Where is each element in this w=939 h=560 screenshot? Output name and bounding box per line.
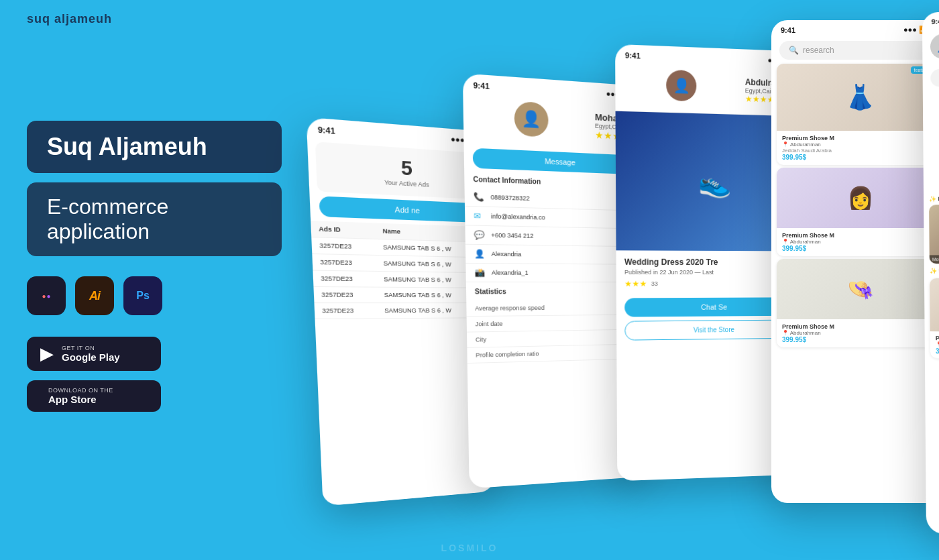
google-play-icon: ▶ <box>40 343 54 364</box>
photoshop-icon: Ps <box>123 276 162 315</box>
facebook-icon: 👤 <box>474 249 486 259</box>
title-box: Suq Aljameuh <box>27 121 282 173</box>
search-bar-listings[interactable]: 🔍 research <box>779 41 939 60</box>
watermark: LOSMILO <box>441 543 498 553</box>
phones-container: 9:41 ●●● 📶 🔋 5 Your Active Ads Add ne Ad… <box>295 0 939 560</box>
search-icon: 🔍 <box>789 46 799 55</box>
status-bar-5: 9:41 ●●● 📶 🔋 <box>922 3 939 28</box>
members-row: 👨‍💼 Mohamed Dayman 👨 Ibrahim Ali <box>924 203 939 264</box>
status-bar-4: 9:41 ●●● 📶 🔋 <box>771 20 939 37</box>
product-listing-3: 👒 Premium Shose M 📍 Abdurahman 399.95$ <box>777 259 939 347</box>
tool-icons-row: ● ● Ai Ps <box>27 276 282 315</box>
search-bar-home[interactable]: 🔍 research <box>930 62 939 87</box>
add-new-button[interactable]: Add ne <box>319 196 489 223</box>
instagram-icon: 📸 <box>474 268 486 278</box>
product-listing-2: 👩 Premium Shose M 📍 Abdurahman 399.95$ <box>777 168 939 256</box>
whatsapp-icon: 💬 <box>474 230 486 240</box>
app-store-button[interactable]: Download on the App Store <box>27 380 161 412</box>
google-play-text: GET IT ON Google Play <box>62 345 120 363</box>
email-icon: ✉ <box>474 211 485 221</box>
brand-logo: suq aljameuh <box>27 12 112 26</box>
phone-icon: 📞 <box>474 192 485 202</box>
app-store-text: Download on the App Store <box>48 387 113 405</box>
store-buttons: ▶ GET IT ON Google Play Download on the … <box>27 337 282 412</box>
featured-products-title: ✨ Featured Ads for Products <box>924 264 939 276</box>
subtitle-box: E-commerce application <box>27 182 282 256</box>
member-card-1: 👨‍💼 Mohamed Dayman <box>929 204 939 264</box>
featured-product-1: ⌚ Premium Shose M 📍 Abdurahman 399.95$ <box>930 278 939 361</box>
user-avatar: 👤 <box>930 33 939 59</box>
left-panel: Suq Aljameuh E-commerce application ● ● … <box>27 121 282 412</box>
seller-avatar: 👤 <box>667 70 697 102</box>
categories-row-2: 🍽 Food& Succlements 📚 Education& Trainin… <box>923 137 939 193</box>
figma-icon: ● ● <box>27 276 66 315</box>
google-play-button[interactable]: ▶ GET IT ON Google Play <box>27 337 161 371</box>
app-subtitle: E-commerce application <box>47 194 262 244</box>
categories-row: 🏠 Real Estate for Sale 🏢 Real Estate for… <box>923 85 939 142</box>
profile-avatar: 👤 <box>514 101 549 137</box>
product-listing-1: 👗 featured ad Premium Shose M 📍Abdurahma… <box>777 64 939 165</box>
app-title: Suq Aljameuh <box>47 133 262 161</box>
illustrator-icon: Ai <box>75 276 114 315</box>
phone-listings: 9:41 ●●● 📶 🔋 🔍 research 👗 featured ad Pr… <box>771 20 939 503</box>
